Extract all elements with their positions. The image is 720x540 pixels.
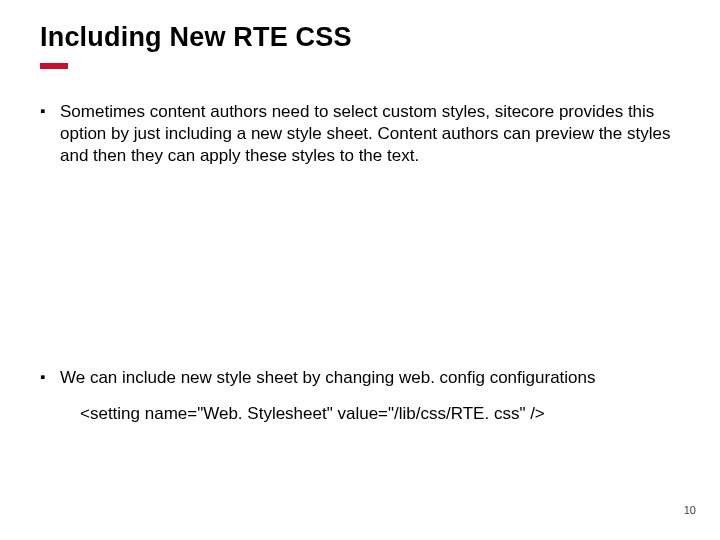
- bullet-item: We can include new style sheet by changi…: [40, 367, 680, 389]
- bullet-text: We can include new style sheet by changi…: [60, 368, 596, 387]
- bullet-item: Sometimes content authors need to select…: [40, 101, 680, 167]
- bullet-list: We can include new style sheet by changi…: [40, 367, 680, 389]
- page-number: 10: [684, 504, 696, 516]
- accent-bar: [40, 63, 68, 69]
- slide: Including New RTE CSS Sometimes content …: [0, 0, 720, 540]
- spacer: [40, 181, 680, 367]
- code-snippet: <setting name="Web. Stylesheet" value="/…: [40, 403, 680, 425]
- bullet-list: Sometimes content authors need to select…: [40, 101, 680, 167]
- page-title: Including New RTE CSS: [40, 22, 680, 53]
- bullet-text: Sometimes content authors need to select…: [60, 102, 670, 165]
